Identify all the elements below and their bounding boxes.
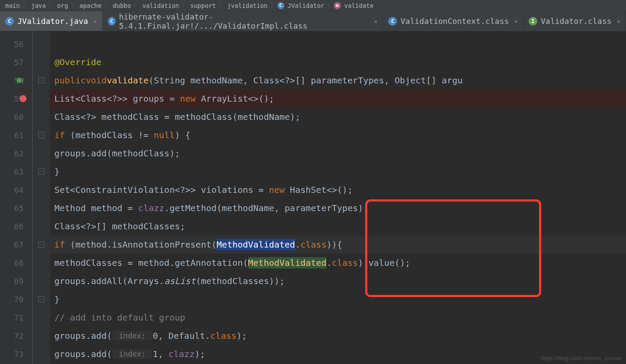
tab-validationcontext[interactable]: C ValidationContext.class ✕ (383, 11, 523, 31)
close-icon[interactable]: ✕ (615, 18, 620, 25)
tab-validatorimpl[interactable]: C hibernate-validator-5.4.1.Final.jar!/.… (103, 11, 383, 31)
tab-jvalidator[interactable]: C JValidator.java ✕ (0, 11, 103, 31)
close-icon[interactable]: ✕ (372, 18, 377, 25)
fold-up-icon[interactable]: − (38, 296, 44, 302)
tab-label: hibernate-validator-5.4.1.Final.jar!/...… (119, 12, 369, 30)
line-number[interactable]: 72 (0, 327, 32, 345)
breadcrumb-item[interactable]: apache (78, 2, 103, 9)
editor[interactable]: 56 57 58 ↑ 59 60 61 62 63 64 65 66 67 68… (0, 31, 626, 364)
code-text: (String methodName, Class<?>[] parameter… (149, 75, 463, 86)
tab-bar: C JValidator.java ✕ C hibernate-validato… (0, 11, 626, 31)
code-text: groups.add( (54, 349, 112, 359)
keyword: null (154, 130, 175, 140)
breadcrumb-item[interactable]: dubbo (111, 2, 133, 9)
line-number[interactable]: 66 (0, 217, 32, 235)
breakpoint-icon[interactable] (20, 95, 27, 102)
line-number[interactable]: 61 (0, 126, 32, 144)
keyword: class (332, 258, 358, 268)
code-text: } (54, 166, 60, 177)
line-number[interactable]: 68 (0, 254, 32, 272)
code-line[interactable]: groups.add( index: 1, clazz); (50, 345, 626, 363)
keyword: public (54, 75, 86, 86)
line-number[interactable]: 63 (0, 162, 32, 181)
code-text: Method method = (54, 203, 138, 213)
breadcrumb-item[interactable]: validate (343, 2, 375, 9)
code-line[interactable]: @Override (50, 53, 626, 71)
line-number[interactable]: 67 (0, 235, 32, 254)
line-number[interactable]: 60 (0, 108, 32, 126)
close-icon[interactable]: ✕ (92, 18, 97, 25)
code-line[interactable]: Method method = clazz.getMethod(methodNa… (50, 199, 626, 217)
line-number[interactable]: 73 (0, 345, 32, 363)
code-text: ArrayList<>(); (196, 93, 274, 104)
code-line[interactable]: groups.add( index: 0, Default.class); (50, 327, 626, 345)
line-number[interactable]: 65 (0, 199, 32, 217)
breadcrumb-item[interactable]: support (189, 2, 218, 9)
code-line[interactable]: Class<?>[] methodClasses; (50, 217, 626, 235)
keyword: new (180, 93, 196, 104)
line-number[interactable]: 59 (0, 89, 32, 108)
tab-label: JValidator.java (17, 17, 88, 26)
code-line[interactable]: } (50, 290, 626, 308)
interface-icon: I (529, 17, 537, 26)
code-line[interactable]: Set<ConstraintViolation<?>> violations =… (50, 181, 626, 199)
tab-label: ValidationContext.class (400, 17, 509, 26)
field: clazz (138, 203, 164, 213)
inlay-hint: index: (113, 349, 152, 359)
override-icon[interactable]: ↑ (17, 77, 24, 84)
code-line[interactable]: public void validate(String methodName, … (50, 71, 626, 89)
method-name: validate (107, 75, 148, 86)
static-method: asList (164, 276, 196, 286)
line-number[interactable]: 71 (0, 308, 32, 327)
breadcrumb-item[interactable]: main (3, 2, 22, 9)
tab-label: Validator.class (541, 17, 612, 26)
code-text: (methodClasses)); (196, 276, 285, 286)
breadcrumb-item[interactable]: jvalidation (226, 2, 270, 9)
fold-up-icon[interactable]: − (38, 169, 44, 175)
fold-down-icon[interactable]: − (38, 132, 44, 138)
keyword: if (54, 239, 65, 250)
close-icon[interactable]: ✕ (513, 18, 518, 25)
code-line[interactable]: groups.add(methodClass); (50, 144, 626, 162)
breadcrumb-item[interactable]: org (55, 2, 70, 9)
code-text: 0 (153, 331, 158, 341)
code-text: ).value(); (358, 258, 410, 268)
fold-gutter: − − − −💡 − (33, 31, 50, 364)
code-line[interactable]: if (method.isAnnotationPresent(MethodVal… (50, 235, 626, 254)
breadcrumb-item[interactable]: validation (140, 2, 180, 9)
code-line[interactable]: // add into default group (50, 308, 626, 327)
line-number[interactable]: 58 ↑ (0, 71, 32, 89)
chevron-right-icon: 〉 (47, 2, 55, 10)
line-number[interactable]: 56 (0, 35, 32, 53)
chevron-right-icon: 〉 (218, 2, 226, 10)
code-line[interactable]: groups.addAll(Arrays.asList(methodClasse… (50, 272, 626, 290)
line-number[interactable]: 62 (0, 144, 32, 162)
code-line[interactable]: if (methodClass != null) { (50, 126, 626, 144)
selection-primary: MethodValidated (216, 239, 295, 250)
line-number[interactable]: 70 (0, 290, 32, 308)
line-number[interactable]: 69 (0, 272, 32, 290)
line-number[interactable]: 57 (0, 53, 32, 71)
fold-down-icon[interactable]: − (38, 77, 44, 83)
code-line[interactable]: List<Class<?>> groups = new ArrayList<>(… (50, 89, 626, 108)
line-number[interactable]: 64 (0, 181, 32, 199)
code-text: groups.add(methodClass); (54, 148, 180, 159)
code-text: Set<ConstraintViolation<?>> violations = (54, 185, 269, 195)
inlay-hint: index: (113, 331, 152, 341)
class-icon: C (5, 17, 14, 26)
chevron-right-icon: 〉 (70, 2, 78, 10)
code-content[interactable]: @Override public void validate(String me… (50, 31, 626, 364)
chevron-right-icon: 〉 (181, 2, 189, 10)
code-line[interactable]: } (50, 162, 626, 181)
tab-validator[interactable]: I Validator.class ✕ (523, 11, 626, 31)
code-text: HashSet<>(); (285, 185, 353, 195)
breadcrumb-item[interactable]: java (30, 2, 48, 9)
code-line[interactable]: Class<?> methodClass = methodClass(metho… (50, 108, 626, 126)
fold-down-icon[interactable]: − (38, 242, 44, 248)
code-line[interactable]: methodClasses = method.getAnnotation(Met… (50, 254, 626, 272)
code-line[interactable] (50, 35, 626, 53)
breadcrumb-item[interactable]: JValidator (286, 2, 326, 9)
code-text: ); (195, 349, 205, 359)
code-text: . (295, 239, 300, 250)
chevron-right-icon: 〉 (326, 2, 334, 10)
